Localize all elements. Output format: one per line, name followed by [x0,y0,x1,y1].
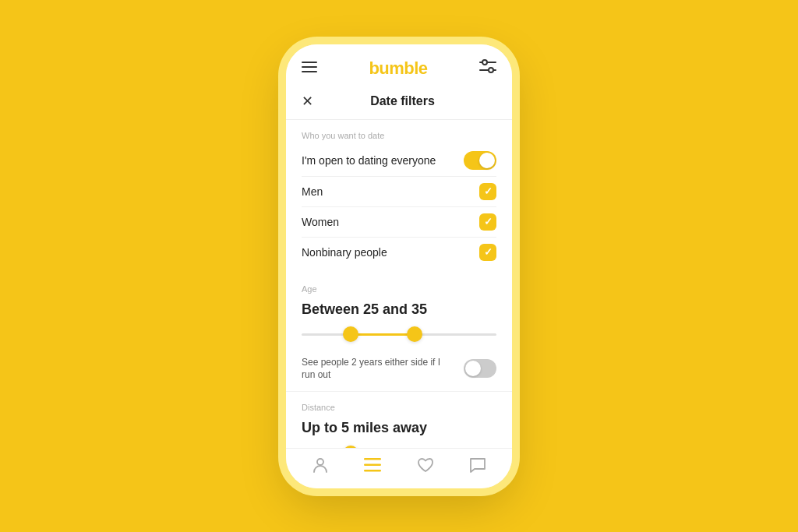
svg-rect-0 [302,62,317,63]
age-value: Between 25 and 35 [286,298,512,326]
check-icon: ✓ [484,185,493,197]
toggle-knob-age [465,361,481,376]
men-text: Men [302,185,323,198]
age-slider-container [286,333,512,350]
age-label: Age [286,273,512,298]
nonbinary-checkbox[interactable]: ✓ [479,244,496,261]
menu-icon[interactable] [302,60,317,76]
open-to-everyone-text: I'm open to dating everyone [302,154,436,167]
svg-rect-8 [364,458,381,460]
filter-header: ✕ Date filters [286,86,512,120]
open-to-everyone-row: I'm open to dating everyone [286,145,512,176]
svg-point-6 [489,68,493,72]
nonbinary-row: Nonbinary people ✓ [286,238,512,267]
open-to-everyone-toggle[interactable] [464,151,496,170]
women-checkbox[interactable]: ✓ [479,213,496,231]
age-section: Age Between 25 and 35 See people 2 years… [286,273,512,389]
age-slider-thumb-right[interactable] [407,326,422,342]
age-see-people-toggle[interactable] [464,359,496,378]
age-slider-track [302,333,496,336]
svg-point-5 [482,60,487,65]
nonbinary-text: Nonbinary people [302,246,387,259]
nav-heart-icon[interactable] [417,457,434,477]
check-icon-3: ✓ [484,246,493,258]
nav-match-icon[interactable] [364,458,381,476]
svg-rect-2 [302,71,317,72]
filter-icon[interactable] [479,59,496,77]
distance-label: Distance [286,392,512,417]
svg-rect-9 [364,463,381,466]
age-slider-fill [351,333,415,336]
content-area: Who you want to date I'm open to dating … [286,120,512,448]
close-button[interactable]: ✕ [302,93,313,110]
age-slider-thumb-left[interactable] [343,326,358,342]
men-row: Men ✓ [286,177,512,206]
age-see-people-text: See people 2 years either side if I run … [302,356,450,382]
distance-value: Up to 5 miles away [286,417,512,444]
age-see-people-row: See people 2 years either side if I run … [286,350,512,389]
nav-chat-icon[interactable] [469,457,486,477]
filter-title: Date filters [324,94,481,108]
who-section: Who you want to date I'm open to dating … [286,120,512,267]
men-checkbox[interactable]: ✓ [479,183,496,200]
app-logo: bumble [369,58,427,79]
distance-slider-thumb[interactable] [343,446,358,448]
bottom-nav [286,448,512,488]
toggle-knob [479,153,495,168]
who-label: Who you want to date [286,120,512,145]
svg-rect-1 [302,66,317,68]
svg-rect-10 [364,470,381,472]
women-text: Women [302,216,339,228]
svg-point-7 [317,459,323,465]
check-icon-2: ✓ [484,216,493,227]
phone-screen: bumble ✕ Date filters Who you want to da… [286,44,512,488]
distance-section: Distance Up to 5 miles away See people s… [286,391,512,447]
top-bar: bumble [286,44,512,86]
women-row: Women ✓ [286,207,512,237]
nav-profile-icon[interactable] [312,456,329,477]
